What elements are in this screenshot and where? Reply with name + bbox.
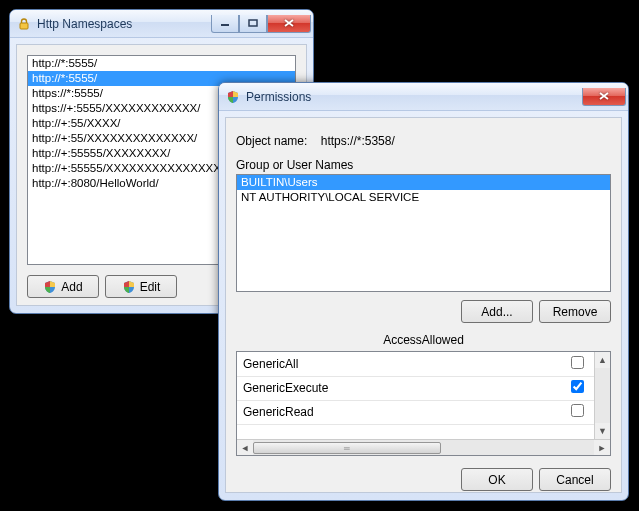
vertical-scrollbar[interactable]: ▲ ▼ — [594, 352, 610, 439]
add-group-button[interactable]: Add... — [461, 300, 533, 323]
close-button[interactable] — [267, 15, 311, 33]
window-title: Http Namespaces — [37, 17, 211, 31]
shield-icon — [225, 89, 241, 105]
access-allowed-header: AccessAllowed — [236, 333, 611, 347]
permission-checkbox[interactable] — [571, 380, 584, 393]
cancel-button[interactable]: Cancel — [539, 468, 611, 491]
table-row: GenericExecute — [237, 376, 594, 400]
scroll-up-icon[interactable]: ▲ — [595, 352, 610, 368]
permission-checkbox-cell — [560, 400, 594, 424]
edit-button-label: Edit — [140, 280, 161, 294]
object-name-value: https://*:5358/ — [321, 134, 395, 148]
groups-label: Group or User Names — [236, 158, 611, 172]
permissions-window: Permissions Object name: https://*:5358/… — [218, 82, 629, 501]
permission-name: GenericRead — [237, 400, 560, 424]
table-row: GenericRead — [237, 400, 594, 424]
list-item[interactable]: NT AUTHORITY\LOCAL SERVICE — [237, 190, 610, 205]
svg-rect-1 — [221, 24, 229, 26]
scroll-right-icon[interactable]: ► — [594, 440, 610, 456]
list-item[interactable]: http://*:5555/ — [28, 56, 295, 71]
groups-listbox[interactable]: BUILTIN\UsersNT AUTHORITY\LOCAL SERVICE — [236, 174, 611, 292]
lock-icon — [16, 16, 32, 32]
add-button-label: Add — [61, 280, 82, 294]
scroll-thumb[interactable]: ═ — [253, 442, 441, 454]
shield-icon — [122, 280, 136, 294]
permission-checkbox[interactable] — [571, 356, 584, 369]
minimize-button[interactable] — [211, 15, 239, 33]
ok-button[interactable]: OK — [461, 468, 533, 491]
permission-checkbox-cell — [560, 352, 594, 376]
scroll-down-icon[interactable]: ▼ — [595, 423, 610, 439]
titlebar[interactable]: Permissions — [219, 83, 628, 111]
shield-icon — [43, 280, 57, 294]
svg-rect-2 — [249, 20, 257, 26]
horizontal-scrollbar[interactable]: ◄ ═ ► — [237, 439, 610, 455]
permissions-list: GenericAllGenericExecuteGenericRead ▲ ▼ … — [236, 351, 611, 456]
list-item[interactable]: BUILTIN\Users — [237, 175, 610, 190]
maximize-button[interactable] — [239, 15, 267, 33]
add-button[interactable]: Add — [27, 275, 99, 298]
svg-rect-0 — [20, 23, 28, 29]
scroll-left-icon[interactable]: ◄ — [237, 440, 253, 456]
table-row: GenericAll — [237, 352, 594, 376]
edit-button[interactable]: Edit — [105, 275, 177, 298]
object-name-label: Object name: — [236, 134, 307, 148]
permission-checkbox-cell — [560, 376, 594, 400]
permission-checkbox[interactable] — [571, 404, 584, 417]
titlebar[interactable]: Http Namespaces — [10, 10, 313, 38]
remove-group-button[interactable]: Remove — [539, 300, 611, 323]
permission-name: GenericAll — [237, 352, 560, 376]
permission-name: GenericExecute — [237, 376, 560, 400]
window-title: Permissions — [246, 90, 582, 104]
close-button[interactable] — [582, 88, 626, 106]
